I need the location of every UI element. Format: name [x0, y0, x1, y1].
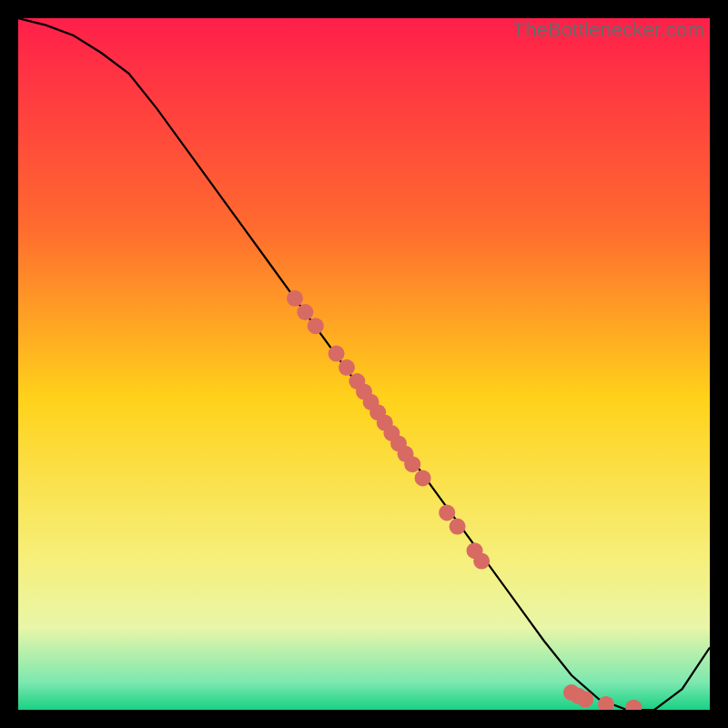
sample-point — [473, 553, 490, 570]
sample-point — [439, 504, 455, 521]
sample-point — [308, 318, 324, 334]
gradient-background — [18, 18, 710, 710]
sample-point — [297, 304, 313, 320]
bottleneck-chart — [18, 18, 710, 710]
watermark-text: TheBottlenecker.com — [513, 18, 704, 42]
sample-point — [404, 456, 420, 472]
chart-frame: TheBottlenecker.com — [18, 18, 710, 710]
sample-point — [450, 519, 466, 535]
sample-point — [329, 346, 345, 362]
sample-point — [577, 692, 593, 708]
sample-point — [339, 359, 355, 376]
sample-point — [287, 290, 303, 307]
sample-point — [415, 470, 431, 486]
